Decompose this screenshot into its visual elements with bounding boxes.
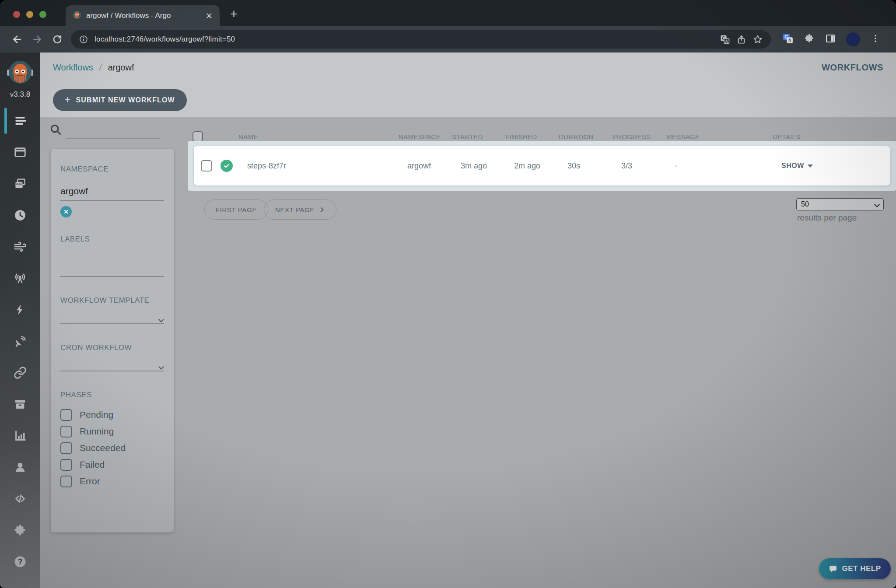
workflow-row[interactable]: steps-8zf7r argowf 3m ago 2m ago 30s 3/3… [194, 146, 890, 186]
api-docs-icon [14, 492, 27, 505]
sidebar-item-archived-workflows[interactable] [0, 388, 40, 420]
workflow-message: - [675, 161, 781, 171]
column-header-message: MESSAGE [666, 133, 773, 140]
labels-label: LABELS [60, 235, 164, 244]
sidebar-item-links[interactable] [0, 357, 40, 388]
clear-namespace-button[interactable]: ✕ [60, 206, 72, 217]
next-page-label: NEXT PAGE [275, 206, 315, 214]
browser-tab[interactable]: argowf / Workflows - Argo ✕ [66, 5, 220, 26]
results-per-page-select[interactable]: 50 [796, 198, 884, 210]
phase-label-running: Running [80, 426, 114, 437]
sidebar-item-help[interactable]: ? [0, 546, 40, 578]
svg-text:A: A [725, 39, 728, 44]
new-tab-button[interactable]: + [230, 7, 238, 21]
archived-workflows-icon [14, 398, 27, 411]
translate-extension-icon[interactable]: GA [782, 33, 794, 46]
cluster-workflow-templates-icon [14, 177, 27, 190]
sidebar-item-sensors[interactable] [0, 294, 40, 326]
page-title: WORKFLOWS [822, 63, 889, 73]
sidebar-item-workflow-templates[interactable] [0, 136, 40, 168]
argo-sidebar: v3.3.8 [0, 52, 40, 588]
url-text[interactable]: localhost:2746/workflows/argowf?limit=50 [94, 35, 714, 44]
column-header-name: NAME [228, 133, 399, 140]
submit-new-workflow-button[interactable]: + SUBMIT NEW WORKFLOW [53, 89, 187, 111]
results-per-page-value: 50 [801, 200, 809, 208]
namespace-label: NAMESPACE [60, 165, 164, 174]
column-header-progress: PROGRESS [612, 133, 666, 140]
search-input[interactable] [66, 138, 160, 139]
breadcrumb-separator: / [98, 63, 102, 73]
forward-button[interactable] [27, 29, 47, 49]
status-succeeded-icon [220, 160, 233, 172]
tab-close-icon[interactable]: ✕ [206, 11, 213, 21]
sidebar-item-event-flow[interactable] [0, 231, 40, 262]
row-checkbox[interactable] [201, 160, 212, 172]
cron-workflow-select[interactable] [60, 371, 164, 371]
column-header-namespace: NAMESPACE [399, 133, 452, 140]
user-icon [14, 461, 27, 474]
select-chevron-icon [158, 364, 164, 370]
workflow-name[interactable]: steps-8zf7r [237, 161, 407, 171]
help-icon: ? [14, 555, 27, 568]
workflow-template-select[interactable] [60, 323, 164, 324]
back-button[interactable] [7, 29, 27, 49]
search-icon [49, 123, 62, 138]
sidebar-item-event-sources[interactable] [0, 262, 40, 294]
profile-avatar[interactable] [846, 32, 860, 46]
phase-checkbox-running[interactable] [60, 426, 72, 438]
browser-menu-icon[interactable] [871, 34, 880, 45]
cron-workflows-icon [14, 209, 27, 222]
sidebar-item-api-docs[interactable] [0, 483, 40, 514]
sidebar-item-workflows[interactable] [0, 105, 40, 136]
sidebar-item-plugins[interactable] [0, 514, 40, 546]
next-page-button[interactable]: NEXT PAGE [264, 200, 336, 220]
phase-row-pending: Pending [60, 406, 164, 423]
phase-checkbox-pending[interactable] [60, 409, 72, 421]
get-help-label: GET HELP [842, 564, 881, 573]
phase-label-succeeded: Succeeded [80, 443, 126, 453]
phase-label-pending: Pending [80, 410, 113, 420]
sidebar-item-cron-workflows[interactable] [0, 200, 40, 231]
results-per-page-caption: results per page [797, 213, 857, 223]
site-info-icon[interactable] [79, 35, 88, 44]
bookmark-star-icon[interactable] [752, 34, 763, 45]
side-panel-icon[interactable] [825, 33, 836, 46]
action-bar: + SUBMIT NEW WORKFLOW [40, 83, 896, 117]
select-chevron-icon [158, 317, 164, 322]
breadcrumb-current: argowf [108, 63, 134, 73]
first-page-button[interactable]: FIRST PAGE [204, 200, 268, 220]
minimize-window-button[interactable] [26, 11, 33, 18]
extensions-puzzle-icon[interactable] [804, 33, 815, 46]
breadcrumb-workflows-link[interactable]: Workflows [53, 63, 93, 73]
link-icon [14, 366, 27, 379]
url-bar[interactable]: localhost:2746/workflows/argowf?limit=50… [71, 30, 771, 49]
phase-row-error: Error [60, 473, 164, 490]
close-window-button[interactable] [13, 11, 20, 18]
labels-input[interactable] [60, 276, 164, 277]
share-icon[interactable] [736, 35, 746, 45]
select-all-checkbox[interactable] [192, 131, 203, 142]
translate-page-icon[interactable]: GA [720, 34, 730, 45]
get-help-button[interactable]: GET HELP [819, 558, 891, 579]
workflow-duration: 30s [567, 161, 621, 171]
phase-checkbox-failed[interactable] [60, 459, 72, 471]
sidebar-item-reports[interactable] [0, 420, 40, 452]
chevron-right-icon [318, 206, 325, 213]
namespace-input[interactable]: argowf [60, 186, 164, 196]
plugins-icon [14, 524, 27, 537]
sidebar-item-cluster-workflow-templates[interactable] [0, 168, 40, 200]
reload-button[interactable] [47, 29, 67, 49]
details-show-button[interactable]: SHOW [781, 162, 890, 170]
maximize-window-button[interactable] [39, 11, 46, 18]
column-header-started: STARTED [452, 133, 505, 140]
select-chevron-icon [874, 202, 880, 207]
browser-toolbar: localhost:2746/workflows/argowf?limit=50… [0, 26, 896, 52]
cron-workflow-label: CRON WORKFLOW [60, 343, 164, 352]
workflow-finished: 2m ago [514, 161, 567, 171]
phase-checkbox-error[interactable] [60, 476, 72, 487]
column-header-finished: FINISHED [505, 133, 559, 140]
column-header-details: DETAILS [773, 133, 895, 140]
phase-checkbox-succeeded[interactable] [60, 442, 72, 454]
sidebar-item-user[interactable] [0, 452, 40, 483]
sidebar-item-event-bus[interactable] [0, 326, 40, 357]
